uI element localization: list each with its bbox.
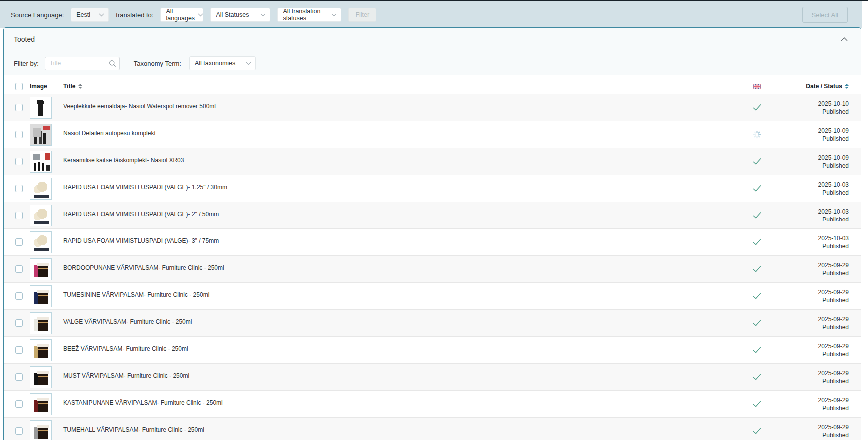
product-thumbnail — [30, 231, 52, 253]
translation-status-cell[interactable] — [746, 212, 768, 219]
products-panel: Tooted Filter by: Taxonomy Term: All tax… — [3, 27, 861, 440]
date-status-header-label: Date / Status — [806, 83, 842, 90]
row-checkbox[interactable] — [15, 427, 23, 435]
date-value: 2025-10-09 — [768, 154, 849, 162]
publish-status: Published — [768, 350, 849, 358]
date-status-cell: 2025-10-03 Published — [768, 181, 849, 197]
row-checkbox[interactable] — [15, 212, 23, 219]
translation-status-cell[interactable] — [746, 130, 768, 139]
date-status-cell: 2025-09-29 Published — [768, 369, 849, 385]
translation-complete-icon[interactable] — [752, 265, 762, 273]
date-status-cell: 2025-09-29 Published — [768, 288, 849, 304]
row-checkbox[interactable] — [15, 104, 23, 111]
product-thumbnail — [30, 285, 52, 307]
row-checkbox[interactable] — [15, 346, 23, 354]
translation-complete-icon[interactable] — [752, 373, 762, 381]
date-value: 2025-09-29 — [768, 261, 849, 269]
product-title[interactable]: BEEŽ VÄRVIPALSAM- Furniture Clinic - 250… — [63, 345, 746, 352]
translation-status-cell[interactable] — [746, 400, 768, 408]
product-thumbnail — [30, 393, 52, 415]
translation-status-cell[interactable] — [746, 427, 768, 435]
publish-status: Published — [768, 108, 849, 116]
taxonomy-select[interactable]: All taxonomies — [189, 56, 256, 70]
date-status-cell: 2025-10-10 Published — [768, 100, 849, 116]
date-status-cell: 2025-09-29 Published — [768, 261, 849, 277]
publish-status: Published — [768, 269, 849, 277]
table-row: Nasiol Detaileri autopesu komplekt 2 — [4, 121, 861, 148]
product-title[interactable]: Nasiol Detaileri autopesu komplekt — [63, 130, 746, 137]
translation-status-cell[interactable] — [746, 319, 768, 327]
translation-complete-icon[interactable] — [752, 238, 762, 246]
translation-complete-icon[interactable] — [752, 212, 762, 219]
translation-status-select[interactable]: All translation statuses — [277, 8, 341, 22]
table-row: RAPID USA FOAM VIIMISTLUSPADI (VALGE)- 2… — [4, 202, 861, 229]
translation-status-cell[interactable] — [746, 238, 768, 246]
translation-complete-icon[interactable] — [752, 319, 762, 327]
translation-in-progress-icon[interactable] — [753, 130, 761, 139]
product-title[interactable]: RAPID USA FOAM VIIMISTLUSPADI (VALGE)- 2… — [63, 211, 746, 218]
panel-header[interactable]: Tooted — [4, 28, 861, 51]
row-checkbox[interactable] — [15, 373, 23, 381]
translation-status-cell[interactable] — [746, 104, 768, 111]
taxonomy-value: All taxonomies — [195, 60, 235, 67]
product-title[interactable]: BORDOOPUNANE VÄRVIPALSAM- Furniture Clin… — [63, 264, 746, 271]
publish-status: Published — [768, 162, 849, 170]
product-title[interactable]: TUMEHALL VÄRVIPALSAM- Furniture Clinic -… — [63, 426, 746, 433]
search-icon[interactable] — [109, 60, 116, 67]
translation-status-cell[interactable] — [746, 292, 768, 300]
row-checkbox[interactable] — [15, 292, 23, 300]
post-status-value: All Statuses — [216, 11, 249, 18]
table-row: VALGE VÄRVIPALSAM- Furniture Clinic - 25… — [4, 310, 861, 337]
scrollbar-track[interactable] — [862, 1, 868, 440]
chevron-down-icon — [198, 13, 203, 17]
select-all-checkbox[interactable] — [15, 83, 23, 90]
date-value: 2025-09-29 — [768, 288, 849, 296]
chevron-down-icon — [260, 13, 266, 17]
post-status-select[interactable]: All Statuses — [210, 8, 270, 22]
products-table: Image Title Date / Status — [4, 78, 861, 440]
target-language-select[interactable]: All languages — [160, 8, 203, 22]
product-title[interactable]: TUMESININE VÄRVIPALSAM- Furniture Clinic… — [63, 291, 746, 298]
title-column-header[interactable]: Title — [63, 83, 746, 90]
sort-date-control[interactable] — [845, 84, 849, 89]
collapse-panel-button[interactable] — [839, 35, 850, 43]
product-title[interactable]: Keraamilise kaitse täiskomplekt- Nasiol … — [63, 157, 746, 164]
translation-status-cell[interactable] — [746, 185, 768, 192]
product-title[interactable]: Veeplekkide eemaldaja- Nasiol Waterspot … — [63, 103, 746, 110]
product-thumbnail — [30, 312, 52, 334]
product-title[interactable]: RAPID USA FOAM VIIMISTLUSPADI (VALGE)- 3… — [63, 237, 746, 244]
row-checkbox[interactable] — [15, 265, 23, 273]
product-title[interactable]: VALGE VÄRVIPALSAM- Furniture Clinic - 25… — [63, 318, 746, 325]
date-status-cell: 2025-09-29 Published — [768, 423, 849, 439]
select-all-button[interactable]: Select All — [802, 7, 848, 23]
row-checkbox[interactable] — [15, 131, 23, 138]
translation-complete-icon[interactable] — [752, 427, 762, 435]
translation-status-value: All translation statuses — [283, 8, 328, 22]
product-title[interactable]: MUST VÄRVIPALSAM- Furniture Clinic - 250… — [63, 372, 746, 379]
row-checkbox[interactable] — [15, 158, 23, 165]
product-title[interactable]: KASTANIPUNANE VÄRVIPALSAM- Furniture Cli… — [63, 399, 746, 406]
source-language-label: Source Language: — [11, 11, 64, 19]
source-language-select[interactable]: Eesti — [71, 8, 109, 22]
translation-complete-icon[interactable] — [752, 346, 762, 354]
row-checkbox[interactable] — [15, 400, 23, 408]
date-status-column-header[interactable]: Date / Status — [768, 83, 849, 90]
translation-complete-icon[interactable] — [752, 104, 762, 111]
translation-complete-icon[interactable] — [752, 185, 762, 192]
row-checkbox[interactable] — [15, 319, 23, 327]
translation-complete-icon[interactable] — [752, 158, 762, 165]
translation-complete-icon[interactable] — [752, 292, 762, 300]
title-header-label: Title — [63, 83, 75, 90]
sort-title-control[interactable] — [78, 84, 82, 89]
filter-button[interactable]: Filter — [348, 8, 376, 22]
translation-status-cell[interactable] — [746, 265, 768, 273]
translation-status-cell[interactable] — [746, 373, 768, 381]
row-checkbox[interactable] — [15, 238, 23, 246]
translation-status-cell[interactable] — [746, 346, 768, 354]
translation-complete-icon[interactable] — [752, 400, 762, 408]
translation-status-cell[interactable] — [746, 158, 768, 165]
row-checkbox[interactable] — [15, 185, 23, 192]
product-title[interactable]: RAPID USA FOAM VIIMISTLUSPADI (VALGE)- 1… — [63, 184, 746, 191]
publish-status: Published — [768, 323, 849, 331]
chevron-down-icon — [246, 62, 251, 65]
